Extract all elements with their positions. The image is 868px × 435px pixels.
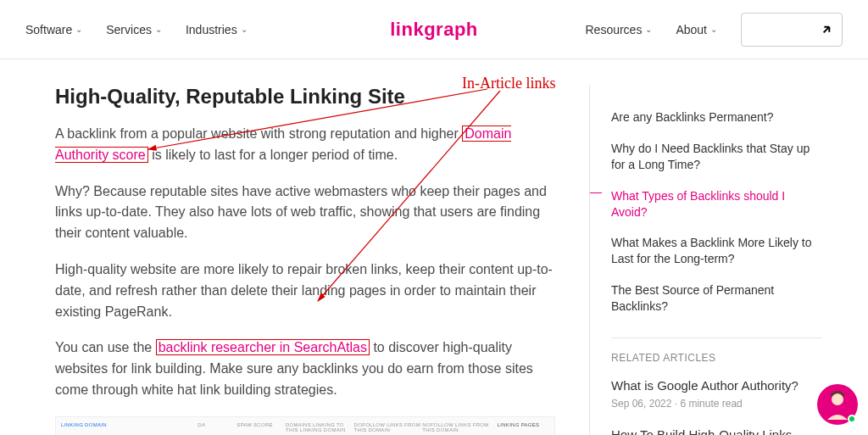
article-paragraph-2: Why? Because reputable sites have active… <box>55 181 555 244</box>
nav-about[interactable]: About⌄ <box>676 23 717 36</box>
content-area: High-Quality, Reputable Linking Site A b… <box>0 59 868 435</box>
online-status-dot <box>848 415 856 423</box>
chevron-down-icon: ⌄ <box>645 25 652 34</box>
article-paragraph-4: You can use the backlink researcher in S… <box>55 337 555 400</box>
chevron-down-icon: ⌄ <box>710 25 717 34</box>
nav-software[interactable]: Software⌄ <box>25 23 82 36</box>
related-article[interactable]: What is Google Author Authority? Sep 06,… <box>611 372 822 421</box>
chat-avatar[interactable] <box>817 384 858 425</box>
chevron-down-icon: ⌄ <box>75 25 82 34</box>
nav-industries[interactable]: Industries⌄ <box>186 23 248 36</box>
svg-point-2 <box>832 393 843 405</box>
search-box[interactable] <box>741 13 843 47</box>
link-backlink-researcher[interactable]: backlink researcher in SearchAtlas <box>156 339 370 355</box>
main-header: Software⌄ Services⌄ Industries⌄ linkgrap… <box>0 0 868 59</box>
chevron-down-icon: ⌄ <box>155 25 162 34</box>
toc-item[interactable]: Are any Backlinks Permanent? <box>611 102 822 133</box>
related-articles-header: RELATED ARTICLES <box>611 337 822 372</box>
nav-right: Resources⌄ About⌄ <box>585 13 843 47</box>
chevron-down-icon: ⌄ <box>241 25 248 34</box>
nav-resources[interactable]: Resources⌄ <box>585 23 652 36</box>
article-main: High-Quality, Reputable Linking Site A b… <box>55 85 555 435</box>
backlink-table-preview: LINKING DOMAIN DA SPAM SCORE DOMAINS LIN… <box>55 416 555 435</box>
logo[interactable]: linkgraph <box>390 19 478 41</box>
toc-item[interactable]: The Best Source of Permanent Backlinks? <box>611 275 822 322</box>
related-article[interactable]: How To Build High-Quality Links Through … <box>611 421 822 435</box>
toc-item[interactable]: What Makes a Backlink More Likely to Las… <box>611 227 822 275</box>
article-paragraph-3: High-quality website are more likely to … <box>55 259 555 322</box>
nav-services[interactable]: Services⌄ <box>106 23 162 36</box>
arrow-up-right-icon <box>820 23 833 36</box>
sidebar: Are any Backlinks Permanent? Why do I Ne… <box>589 85 822 435</box>
article-paragraph-1: A backlink from a popular website with s… <box>55 124 555 166</box>
annotation-text: In-Article links <box>462 75 555 92</box>
nav-left: Software⌄ Services⌄ Industries⌄ <box>25 23 248 36</box>
toc-item-active[interactable]: What Types of Backlinks should I Avoid? <box>611 181 822 228</box>
toc-item[interactable]: Why do I Need Backlinks that Stay up for… <box>611 133 822 181</box>
